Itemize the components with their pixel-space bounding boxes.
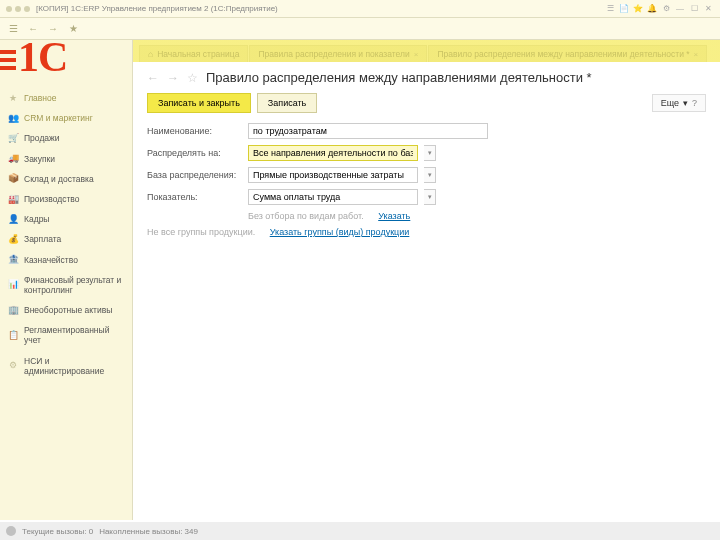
save-button[interactable]: Записать	[257, 93, 317, 113]
sidebar-item-label: Казначейство	[24, 255, 78, 265]
sidebar-item-production[interactable]: 🏭Производство	[0, 189, 132, 209]
help-icon[interactable]: ?	[692, 98, 697, 108]
sys-icon[interactable]: ⚙	[660, 3, 672, 15]
selection-text: Без отбора по видам работ.	[248, 211, 364, 221]
base-dropdown-icon[interactable]: ▾	[424, 167, 436, 183]
dist-dropdown-icon[interactable]: ▾	[424, 145, 436, 161]
field-base-label: База распределения:	[147, 170, 242, 180]
box-icon: 📦	[8, 174, 18, 184]
safe-icon: 🏦	[8, 255, 18, 265]
sidebar-item-treasury[interactable]: 🏦Казначейство	[0, 250, 132, 270]
content-area: ⌂ Начальная страница Правила распределен…	[133, 40, 720, 520]
gear-icon: ⚙	[8, 361, 18, 371]
selection-link[interactable]: Указать	[378, 211, 410, 221]
sidebar-item-label: Внеоборотные активы	[24, 305, 112, 315]
star-icon[interactable]: ★	[66, 22, 80, 36]
sidebar-item-label: Финансовый результат и контроллинг	[24, 275, 124, 295]
field-name-row: Наименование:	[147, 123, 706, 139]
window-controls-left	[6, 6, 30, 12]
field-indicator-label: Показатель:	[147, 192, 242, 202]
status-bar: Текущие вызовы: 0 Накопленные вызовы: 34…	[0, 522, 720, 540]
window-titlebar: [КОПИЯ] 1С:ERP Управление предприятием 2…	[0, 0, 720, 18]
sidebar-item-assets[interactable]: 🏢Внеоборотные активы	[0, 300, 132, 320]
page-body: ← → ☆ Правило распределения между направ…	[133, 62, 720, 520]
groups-text: Не все группы продукции.	[147, 227, 255, 237]
sidebar-item-nsi[interactable]: ⚙НСИ и администрирование	[0, 351, 132, 381]
sidebar-item-label: НСИ и администрирование	[24, 356, 124, 376]
action-bar: Записать и закрыть Записать Еще ▾ ?	[147, 93, 706, 113]
money-icon: 💰	[8, 234, 18, 244]
doc-icon: 📋	[8, 330, 18, 340]
dist-input[interactable]	[248, 145, 418, 161]
status-current: Текущие вызовы: 0	[22, 527, 93, 536]
name-input[interactable]	[248, 123, 488, 139]
truck-icon: 🚚	[8, 154, 18, 164]
sidebar-item-label: CRM и маркетинг	[24, 113, 93, 123]
main-toolbar: ☰ ← → ★	[0, 18, 720, 40]
base-input[interactable]	[248, 167, 418, 183]
app-logo: 1С	[0, 36, 67, 78]
star-icon: ★	[8, 93, 18, 103]
field-groups-row: Не все группы продукции. Указать группы …	[147, 227, 706, 237]
sidebar-item-main[interactable]: ★Главное	[0, 88, 132, 108]
bell-icon[interactable]	[6, 526, 16, 536]
field-dist-label: Распределять на:	[147, 148, 242, 158]
indicator-input[interactable]	[248, 189, 418, 205]
field-base-row: База распределения: ▾	[147, 167, 706, 183]
maximize-icon[interactable]: ☐	[688, 3, 700, 15]
sidebar-item-label: Продажи	[24, 133, 60, 143]
sidebar-item-label: Регламентированный учет	[24, 325, 124, 345]
more-button[interactable]: Еще ▾ ?	[652, 94, 706, 112]
building-icon: 🏢	[8, 305, 18, 315]
minimize-icon[interactable]: —	[674, 3, 686, 15]
status-queued: Накопленные вызовы: 349	[99, 527, 198, 536]
window-title: [КОПИЯ] 1С:ERP Управление предприятием 2…	[36, 4, 278, 13]
save-close-button[interactable]: Записать и закрыть	[147, 93, 251, 113]
page-forward-icon[interactable]: →	[167, 71, 179, 85]
sidebar-item-purchases[interactable]: 🚚Закупки	[0, 149, 132, 169]
cart-icon: 🛒	[8, 133, 18, 143]
field-dist-row: Распределять на: ▾	[147, 145, 706, 161]
indicator-dropdown-icon[interactable]: ▾	[424, 189, 436, 205]
more-label: Еще	[661, 98, 679, 108]
page-back-icon[interactable]: ←	[147, 71, 159, 85]
groups-link[interactable]: Указать группы (виды) продукции	[270, 227, 410, 237]
field-selection-row: Без отбора по видам работ. Указать	[147, 211, 706, 221]
field-name-label: Наименование:	[147, 126, 242, 136]
field-indicator-row: Показатель: ▾	[147, 189, 706, 205]
sidebar-item-label: Производство	[24, 194, 79, 204]
person-icon: 👤	[8, 214, 18, 224]
page-title: Правило распределения между направлениям…	[206, 70, 592, 85]
sys-icon[interactable]: ⭐	[632, 3, 644, 15]
sidebar-item-label: Зарплата	[24, 234, 61, 244]
sys-icon[interactable]: 📄	[618, 3, 630, 15]
sidebar-item-label: Закупки	[24, 154, 55, 164]
chart-icon: 📊	[8, 280, 18, 290]
people-icon: 👥	[8, 113, 18, 123]
factory-icon: 🏭	[8, 194, 18, 204]
sidebar-item-crm[interactable]: 👥CRM и маркетинг	[0, 108, 132, 128]
sidebar-item-label: Кадры	[24, 214, 49, 224]
sidebar-item-label: Склад и доставка	[24, 174, 94, 184]
sidebar-item-finresult[interactable]: 📊Финансовый результат и контроллинг	[0, 270, 132, 300]
close-icon[interactable]: ✕	[702, 3, 714, 15]
sys-icon[interactable]: ☰	[604, 3, 616, 15]
page-header: ← → ☆ Правило распределения между направ…	[147, 70, 706, 85]
sys-icon[interactable]: 🔔	[646, 3, 658, 15]
sidebar-item-regaccounting[interactable]: 📋Регламентированный учет	[0, 320, 132, 350]
sidebar-item-salary[interactable]: 💰Зарплата	[0, 229, 132, 249]
nav-sidebar: 1С ★Главное 👥CRM и маркетинг 🛒Продажи 🚚З…	[0, 40, 133, 520]
sidebar-item-label: Главное	[24, 93, 56, 103]
favorite-icon[interactable]: ☆	[187, 71, 198, 85]
sidebar-item-hr[interactable]: 👤Кадры	[0, 209, 132, 229]
sidebar-item-sales[interactable]: 🛒Продажи	[0, 128, 132, 148]
chevron-down-icon: ▾	[683, 98, 688, 108]
window-controls-right: ☰ 📄 ⭐ 🔔 ⚙ — ☐ ✕	[604, 3, 714, 15]
sidebar-item-warehouse[interactable]: 📦Склад и доставка	[0, 169, 132, 189]
